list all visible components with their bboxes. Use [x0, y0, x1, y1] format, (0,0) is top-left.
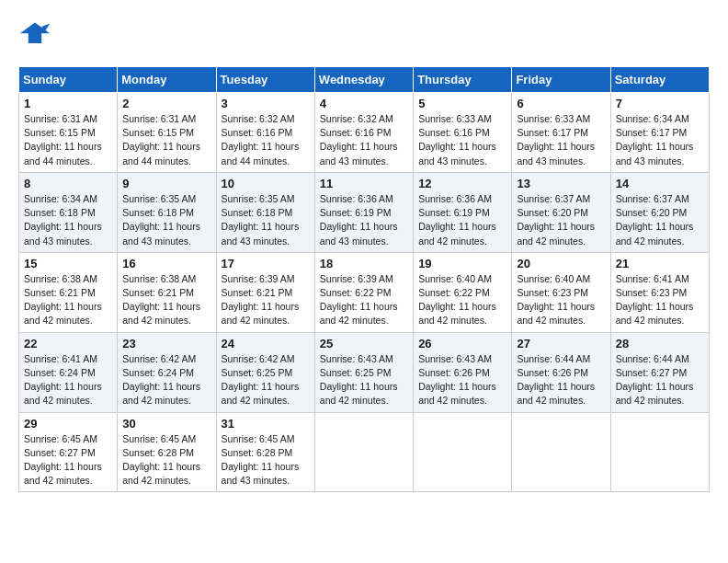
calendar-cell: 30 Sunrise: 6:45 AM Sunset: 6:28 PM Dayl…	[118, 412, 216, 492]
day-info: Sunrise: 6:45 AM Sunset: 6:28 PM Dayligh…	[222, 432, 310, 488]
day-info: Sunrise: 6:32 AM Sunset: 6:16 PM Dayligh…	[222, 112, 310, 168]
day-number: 13	[517, 177, 605, 190]
day-number: 12	[418, 177, 506, 190]
calendar-cell: 8 Sunrise: 6:34 AM Sunset: 6:18 PM Dayli…	[19, 172, 118, 252]
day-info: Sunrise: 6:33 AM Sunset: 6:17 PM Dayligh…	[517, 112, 605, 168]
day-info: Sunrise: 6:37 AM Sunset: 6:20 PM Dayligh…	[517, 192, 605, 248]
day-info: Sunrise: 6:35 AM Sunset: 6:18 PM Dayligh…	[222, 192, 310, 248]
calendar-day-header: Sunday	[19, 67, 118, 93]
day-number: 29	[24, 417, 112, 431]
day-number: 10	[222, 177, 310, 190]
calendar-day-header: Thursday	[414, 67, 512, 93]
day-number: 3	[222, 97, 310, 110]
day-number: 15	[24, 257, 112, 270]
day-number: 31	[222, 417, 310, 431]
calendar-cell: 13 Sunrise: 6:37 AM Sunset: 6:20 PM Dayl…	[512, 172, 610, 252]
day-info: Sunrise: 6:43 AM Sunset: 6:26 PM Dayligh…	[418, 352, 506, 408]
day-info: Sunrise: 6:32 AM Sunset: 6:16 PM Dayligh…	[320, 112, 408, 168]
calendar-cell: 16 Sunrise: 6:38 AM Sunset: 6:21 PM Dayl…	[118, 252, 216, 332]
calendar-cell	[610, 412, 709, 492]
day-info: Sunrise: 6:34 AM Sunset: 6:17 PM Dayligh…	[616, 112, 704, 168]
day-number: 23	[122, 337, 210, 350]
day-number: 17	[222, 257, 310, 270]
calendar-table: SundayMondayTuesdayWednesdayThursdayFrid…	[18, 66, 710, 492]
day-info: Sunrise: 6:41 AM Sunset: 6:23 PM Dayligh…	[616, 272, 704, 328]
calendar-cell: 21 Sunrise: 6:41 AM Sunset: 6:23 PM Dayl…	[610, 252, 709, 332]
day-info: Sunrise: 6:38 AM Sunset: 6:21 PM Dayligh…	[24, 272, 112, 328]
calendar-cell: 22 Sunrise: 6:41 AM Sunset: 6:24 PM Dayl…	[19, 332, 118, 412]
day-info: Sunrise: 6:34 AM Sunset: 6:18 PM Dayligh…	[24, 192, 112, 248]
calendar-day-header: Tuesday	[216, 67, 314, 93]
calendar-cell: 27 Sunrise: 6:44 AM Sunset: 6:26 PM Dayl…	[512, 332, 610, 412]
day-number: 18	[320, 257, 408, 270]
day-number: 25	[320, 337, 408, 350]
day-number: 6	[517, 97, 605, 110]
calendar-cell: 26 Sunrise: 6:43 AM Sunset: 6:26 PM Dayl…	[414, 332, 512, 412]
day-info: Sunrise: 6:33 AM Sunset: 6:16 PM Dayligh…	[418, 112, 506, 168]
calendar-day-header: Monday	[118, 67, 216, 93]
calendar-cell: 23 Sunrise: 6:42 AM Sunset: 6:24 PM Dayl…	[118, 332, 216, 412]
day-number: 2	[122, 97, 210, 110]
calendar-cell: 10 Sunrise: 6:35 AM Sunset: 6:18 PM Dayl…	[216, 172, 314, 252]
day-info: Sunrise: 6:40 AM Sunset: 6:22 PM Dayligh…	[418, 272, 506, 328]
day-info: Sunrise: 6:35 AM Sunset: 6:18 PM Dayligh…	[122, 192, 210, 248]
day-number: 5	[418, 97, 506, 110]
day-number: 9	[122, 177, 210, 190]
day-info: Sunrise: 6:42 AM Sunset: 6:25 PM Dayligh…	[222, 352, 310, 408]
day-number: 28	[616, 337, 704, 350]
calendar-cell: 7 Sunrise: 6:34 AM Sunset: 6:17 PM Dayli…	[610, 93, 709, 173]
calendar-week-row: 29 Sunrise: 6:45 AM Sunset: 6:27 PM Dayl…	[19, 412, 710, 492]
day-number: 4	[320, 97, 408, 110]
day-number: 26	[418, 337, 506, 350]
calendar-cell: 5 Sunrise: 6:33 AM Sunset: 6:16 PM Dayli…	[414, 93, 512, 173]
day-number: 1	[24, 97, 112, 110]
day-number: 7	[616, 97, 704, 110]
calendar-cell: 19 Sunrise: 6:40 AM Sunset: 6:22 PM Dayl…	[414, 252, 512, 332]
calendar-week-row: 22 Sunrise: 6:41 AM Sunset: 6:24 PM Dayl…	[19, 332, 710, 412]
page-header	[18, 18, 710, 52]
calendar-cell: 25 Sunrise: 6:43 AM Sunset: 6:25 PM Dayl…	[314, 332, 413, 412]
calendar-cell: 3 Sunrise: 6:32 AM Sunset: 6:16 PM Dayli…	[216, 93, 314, 173]
calendar-day-header: Saturday	[610, 67, 709, 93]
calendar-header-row: SundayMondayTuesdayWednesdayThursdayFrid…	[19, 67, 710, 93]
day-info: Sunrise: 6:42 AM Sunset: 6:24 PM Dayligh…	[122, 352, 210, 408]
day-info: Sunrise: 6:39 AM Sunset: 6:22 PM Dayligh…	[320, 272, 408, 328]
calendar-cell: 15 Sunrise: 6:38 AM Sunset: 6:21 PM Dayl…	[19, 252, 118, 332]
calendar-cell: 29 Sunrise: 6:45 AM Sunset: 6:27 PM Dayl…	[19, 412, 118, 492]
calendar-week-row: 1 Sunrise: 6:31 AM Sunset: 6:15 PM Dayli…	[19, 93, 710, 173]
day-number: 16	[122, 257, 210, 270]
day-info: Sunrise: 6:45 AM Sunset: 6:27 PM Dayligh…	[24, 432, 112, 488]
calendar-cell: 18 Sunrise: 6:39 AM Sunset: 6:22 PM Dayl…	[314, 252, 413, 332]
day-info: Sunrise: 6:37 AM Sunset: 6:20 PM Dayligh…	[616, 192, 704, 248]
day-info: Sunrise: 6:41 AM Sunset: 6:24 PM Dayligh…	[24, 352, 112, 408]
day-info: Sunrise: 6:43 AM Sunset: 6:25 PM Dayligh…	[320, 352, 408, 408]
calendar-cell: 20 Sunrise: 6:40 AM Sunset: 6:23 PM Dayl…	[512, 252, 610, 332]
calendar-cell: 2 Sunrise: 6:31 AM Sunset: 6:15 PM Dayli…	[118, 93, 216, 173]
calendar-cell: 6 Sunrise: 6:33 AM Sunset: 6:17 PM Dayli…	[512, 93, 610, 173]
calendar-cell: 1 Sunrise: 6:31 AM Sunset: 6:15 PM Dayli…	[19, 93, 118, 173]
day-info: Sunrise: 6:36 AM Sunset: 6:19 PM Dayligh…	[418, 192, 506, 248]
day-info: Sunrise: 6:38 AM Sunset: 6:21 PM Dayligh…	[122, 272, 210, 328]
calendar-cell: 17 Sunrise: 6:39 AM Sunset: 6:21 PM Dayl…	[216, 252, 314, 332]
calendar-cell: 12 Sunrise: 6:36 AM Sunset: 6:19 PM Dayl…	[414, 172, 512, 252]
day-number: 27	[517, 337, 605, 350]
calendar-cell: 9 Sunrise: 6:35 AM Sunset: 6:18 PM Dayli…	[118, 172, 216, 252]
day-number: 22	[24, 337, 112, 350]
day-number: 21	[616, 257, 704, 270]
day-info: Sunrise: 6:44 AM Sunset: 6:26 PM Dayligh…	[517, 352, 605, 408]
calendar-cell: 4 Sunrise: 6:32 AM Sunset: 6:16 PM Dayli…	[314, 93, 413, 173]
day-info: Sunrise: 6:44 AM Sunset: 6:27 PM Dayligh…	[616, 352, 704, 408]
logo-bird-icon	[18, 18, 51, 52]
day-info: Sunrise: 6:31 AM Sunset: 6:15 PM Dayligh…	[24, 112, 112, 168]
calendar-cell	[512, 412, 610, 492]
day-number: 24	[222, 337, 310, 350]
calendar-cell: 28 Sunrise: 6:44 AM Sunset: 6:27 PM Dayl…	[610, 332, 709, 412]
logo	[18, 18, 55, 52]
day-number: 11	[320, 177, 408, 190]
day-info: Sunrise: 6:45 AM Sunset: 6:28 PM Dayligh…	[122, 432, 210, 488]
calendar-day-header: Friday	[512, 67, 610, 93]
day-info: Sunrise: 6:36 AM Sunset: 6:19 PM Dayligh…	[320, 192, 408, 248]
day-number: 8	[24, 177, 112, 190]
day-number: 20	[517, 257, 605, 270]
calendar-cell: 24 Sunrise: 6:42 AM Sunset: 6:25 PM Dayl…	[216, 332, 314, 412]
